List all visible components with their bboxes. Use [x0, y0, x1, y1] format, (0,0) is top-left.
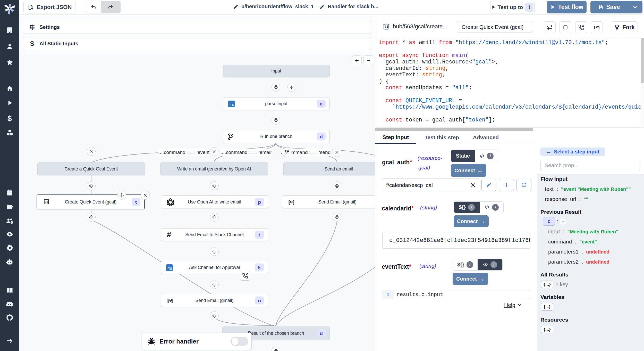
svg-text:31: 31: [385, 25, 388, 29]
